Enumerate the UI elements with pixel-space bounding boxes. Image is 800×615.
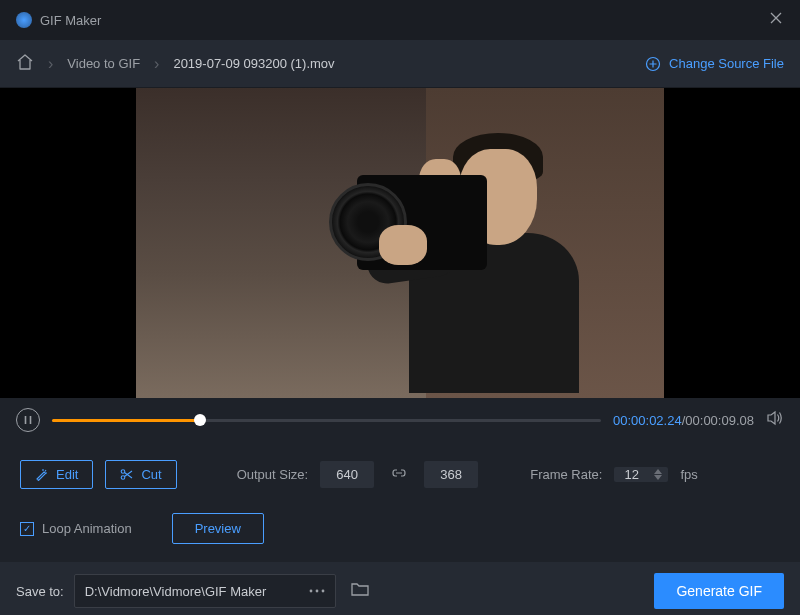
edit-button[interactable]: Edit <box>20 460 93 489</box>
fps-unit: fps <box>680 467 697 482</box>
fps-up-button[interactable] <box>654 469 662 474</box>
plus-circle-icon <box>645 56 661 72</box>
video-frame <box>136 88 664 398</box>
progress-fill <box>52 419 200 422</box>
generate-label: Generate GIF <box>676 583 762 599</box>
close-icon <box>768 10 784 26</box>
window-title: GIF Maker <box>40 13 101 28</box>
home-button[interactable] <box>16 53 34 75</box>
loop-label: Loop Animation <box>42 521 132 536</box>
time-display: 00:00:02.24/00:00:09.08 <box>613 413 754 428</box>
height-input[interactable] <box>424 461 478 488</box>
link-dimensions-button[interactable] <box>392 466 406 484</box>
titlebar-left: GIF Maker <box>16 12 101 28</box>
volume-button[interactable] <box>766 409 784 431</box>
preview-label: Preview <box>195 521 241 536</box>
open-folder-button[interactable] <box>346 580 374 602</box>
app-icon <box>16 12 32 28</box>
cut-label: Cut <box>141 467 161 482</box>
checkbox-icon: ✓ <box>20 522 34 536</box>
fps-value: 12 <box>624 467 654 482</box>
current-time: 00:00:02.24 <box>613 413 682 428</box>
preview-button[interactable]: Preview <box>172 513 264 544</box>
controls-panel: Edit Cut Output Size: Frame Rate: 12 fps… <box>0 442 800 562</box>
footer-bar: Save to: D:\Vidmore\Vidmore\GIF Maker Ge… <box>0 562 800 615</box>
close-button[interactable] <box>768 10 784 30</box>
frame-rate-label: Frame Rate: <box>530 467 602 482</box>
change-source-label: Change Source File <box>669 56 784 71</box>
svg-point-1 <box>122 470 126 474</box>
svg-point-4 <box>316 590 319 593</box>
svg-point-5 <box>322 590 325 593</box>
total-time: 00:00:09.08 <box>685 413 754 428</box>
progress-thumb[interactable] <box>194 414 206 426</box>
pause-icon <box>23 415 33 425</box>
save-to-label: Save to: <box>16 584 64 599</box>
controls-row-2: ✓ Loop Animation Preview <box>20 513 780 544</box>
ellipsis-icon <box>309 589 325 593</box>
breadcrumb-separator: › <box>48 55 53 73</box>
breadcrumb: › Video to GIF › 2019-07-09 093200 (1).m… <box>16 53 335 75</box>
change-source-button[interactable]: Change Source File <box>645 56 784 72</box>
folder-icon <box>350 580 370 598</box>
breadcrumb-separator: › <box>154 55 159 73</box>
controls-row-1: Edit Cut Output Size: Frame Rate: 12 fps <box>20 460 780 489</box>
save-path-text: D:\Vidmore\Vidmore\GIF Maker <box>75 576 299 607</box>
fps-down-button[interactable] <box>654 475 662 480</box>
scissors-icon <box>120 468 133 481</box>
home-icon <box>16 53 34 71</box>
volume-icon <box>766 409 784 427</box>
width-input[interactable] <box>320 461 374 488</box>
save-path-input[interactable]: D:\Vidmore\Vidmore\GIF Maker <box>74 574 336 608</box>
video-preview-area <box>0 88 800 398</box>
cut-button[interactable]: Cut <box>105 460 176 489</box>
breadcrumb-bar: › Video to GIF › 2019-07-09 093200 (1).m… <box>0 40 800 88</box>
titlebar: GIF Maker <box>0 0 800 40</box>
edit-label: Edit <box>56 467 78 482</box>
output-size-label: Output Size: <box>237 467 309 482</box>
generate-gif-button[interactable]: Generate GIF <box>654 573 784 609</box>
svg-point-3 <box>310 590 313 593</box>
browse-button[interactable] <box>299 575 335 607</box>
svg-point-2 <box>122 476 126 480</box>
play-pause-button[interactable] <box>16 408 40 432</box>
fps-stepper[interactable]: 12 <box>614 467 668 482</box>
link-icon <box>392 466 406 480</box>
breadcrumb-filename: 2019-07-09 093200 (1).mov <box>173 56 334 71</box>
playback-bar: 00:00:02.24/00:00:09.08 <box>0 398 800 442</box>
breadcrumb-crumb[interactable]: Video to GIF <box>67 56 140 71</box>
loop-animation-checkbox[interactable]: ✓ Loop Animation <box>20 521 132 536</box>
progress-slider[interactable] <box>52 419 601 422</box>
wand-icon <box>35 468 48 481</box>
